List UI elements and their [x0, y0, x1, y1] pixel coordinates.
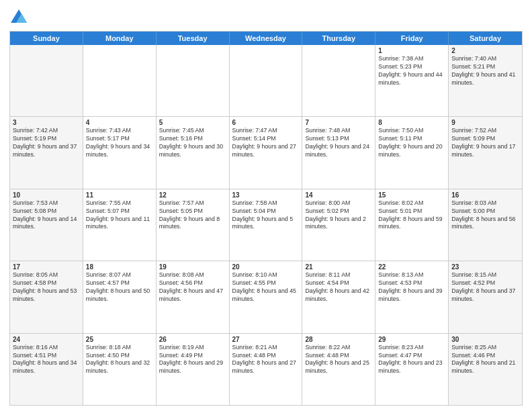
day-info: Sunrise: 7:42 AMSunset: 5:19 PMDaylight:… — [13, 127, 80, 159]
calendar-header: SundayMondayTuesdayWednesdayThursdayFrid… — [10, 32, 522, 45]
day-number: 18 — [86, 263, 153, 271]
day-number: 14 — [305, 191, 372, 199]
logo-icon — [9, 8, 28, 27]
calendar-day-8: 8Sunrise: 7:50 AMSunset: 5:11 PMDaylight… — [375, 117, 449, 188]
day-number: 23 — [451, 263, 519, 271]
day-info: Sunrise: 7:38 AMSunset: 5:23 PMDaylight:… — [378, 55, 445, 87]
header-day-sunday: Sunday — [10, 32, 83, 45]
day-number: 19 — [159, 263, 226, 271]
day-info: Sunrise: 8:25 AMSunset: 4:46 PMDaylight:… — [451, 344, 519, 376]
calendar: SundayMondayTuesdayWednesdayThursdayFrid… — [9, 31, 523, 406]
header-day-monday: Monday — [83, 32, 157, 45]
day-info: Sunrise: 8:07 AMSunset: 4:57 PMDaylight:… — [86, 271, 153, 304]
day-number: 7 — [305, 119, 372, 126]
calendar-day-7: 7Sunrise: 7:48 AMSunset: 5:13 PMDaylight… — [302, 117, 375, 188]
day-number: 16 — [451, 191, 519, 199]
page: SundayMondayTuesdayWednesdayThursdayFrid… — [0, 0, 532, 411]
day-number: 2 — [451, 47, 519, 54]
day-info: Sunrise: 7:40 AMSunset: 5:21 PMDaylight:… — [451, 55, 519, 87]
calendar-day-13: 13Sunrise: 7:58 AMSunset: 5:04 PMDayligh… — [230, 189, 303, 261]
day-number: 22 — [378, 263, 445, 271]
calendar-day-4: 4Sunrise: 7:43 AMSunset: 5:17 PMDaylight… — [83, 117, 157, 188]
calendar-day-12: 12Sunrise: 7:57 AMSunset: 5:05 PMDayligh… — [157, 189, 230, 261]
calendar-day-17: 17Sunrise: 8:05 AMSunset: 4:58 PMDayligh… — [10, 261, 83, 332]
day-number: 9 — [451, 119, 519, 126]
day-number: 25 — [86, 336, 153, 343]
day-number: 28 — [305, 336, 372, 343]
day-info: Sunrise: 8:08 AMSunset: 4:56 PMDaylight:… — [159, 271, 226, 304]
calendar-day-15: 15Sunrise: 8:02 AMSunset: 5:01 PMDayligh… — [375, 189, 449, 261]
day-number: 8 — [378, 119, 445, 126]
day-info: Sunrise: 8:23 AMSunset: 4:47 PMDaylight:… — [378, 344, 445, 376]
day-number: 11 — [86, 191, 153, 199]
calendar-day-23: 23Sunrise: 8:15 AMSunset: 4:52 PMDayligh… — [449, 261, 522, 332]
calendar-week-4: 17Sunrise: 8:05 AMSunset: 4:58 PMDayligh… — [10, 261, 522, 332]
calendar-empty-cell — [157, 45, 230, 116]
day-number: 5 — [159, 119, 226, 126]
day-info: Sunrise: 7:43 AMSunset: 5:17 PMDaylight:… — [86, 127, 153, 159]
day-info: Sunrise: 8:10 AMSunset: 4:55 PMDaylight:… — [232, 271, 300, 304]
calendar-day-19: 19Sunrise: 8:08 AMSunset: 4:56 PMDayligh… — [157, 261, 230, 332]
day-info: Sunrise: 8:15 AMSunset: 4:52 PMDaylight:… — [451, 271, 519, 304]
calendar-week-3: 10Sunrise: 7:53 AMSunset: 5:08 PMDayligh… — [10, 189, 522, 261]
calendar-day-16: 16Sunrise: 8:03 AMSunset: 5:00 PMDayligh… — [449, 189, 522, 261]
calendar-day-28: 28Sunrise: 8:22 AMSunset: 4:48 PMDayligh… — [302, 334, 375, 405]
calendar-empty-cell — [230, 45, 303, 116]
calendar-day-24: 24Sunrise: 8:16 AMSunset: 4:51 PMDayligh… — [10, 334, 83, 405]
day-number: 27 — [232, 336, 300, 343]
day-info: Sunrise: 7:45 AMSunset: 5:16 PMDaylight:… — [159, 127, 226, 159]
calendar-day-14: 14Sunrise: 8:00 AMSunset: 5:02 PMDayligh… — [302, 189, 375, 261]
day-number: 26 — [159, 336, 226, 343]
header-day-wednesday: Wednesday — [230, 32, 303, 45]
header — [9, 8, 523, 27]
day-info: Sunrise: 7:53 AMSunset: 5:08 PMDaylight:… — [13, 199, 80, 232]
day-info: Sunrise: 8:00 AMSunset: 5:02 PMDaylight:… — [305, 199, 372, 232]
calendar-day-30: 30Sunrise: 8:25 AMSunset: 4:46 PMDayligh… — [449, 334, 522, 405]
day-info: Sunrise: 8:02 AMSunset: 5:01 PMDaylight:… — [378, 199, 445, 232]
day-info: Sunrise: 7:47 AMSunset: 5:14 PMDaylight:… — [232, 127, 300, 159]
calendar-week-5: 24Sunrise: 8:16 AMSunset: 4:51 PMDayligh… — [10, 333, 522, 405]
day-info: Sunrise: 8:13 AMSunset: 4:53 PMDaylight:… — [378, 271, 445, 304]
calendar-day-22: 22Sunrise: 8:13 AMSunset: 4:53 PMDayligh… — [375, 261, 449, 332]
calendar-day-25: 25Sunrise: 8:18 AMSunset: 4:50 PMDayligh… — [83, 334, 157, 405]
header-day-saturday: Saturday — [449, 32, 522, 45]
day-number: 20 — [232, 263, 300, 271]
day-number: 13 — [232, 191, 300, 199]
header-day-thursday: Thursday — [302, 32, 375, 45]
day-info: Sunrise: 8:18 AMSunset: 4:50 PMDaylight:… — [86, 344, 153, 376]
day-info: Sunrise: 8:05 AMSunset: 4:58 PMDaylight:… — [13, 271, 80, 304]
calendar-day-27: 27Sunrise: 8:21 AMSunset: 4:48 PMDayligh… — [230, 334, 303, 405]
calendar-empty-cell — [83, 45, 157, 116]
day-info: Sunrise: 8:11 AMSunset: 4:54 PMDaylight:… — [305, 271, 372, 304]
calendar-day-2: 2Sunrise: 7:40 AMSunset: 5:21 PMDaylight… — [449, 45, 522, 116]
calendar-day-29: 29Sunrise: 8:23 AMSunset: 4:47 PMDayligh… — [375, 334, 449, 405]
day-info: Sunrise: 8:16 AMSunset: 4:51 PMDaylight:… — [13, 344, 80, 376]
calendar-day-18: 18Sunrise: 8:07 AMSunset: 4:57 PMDayligh… — [83, 261, 157, 332]
day-number: 30 — [451, 336, 519, 343]
day-info: Sunrise: 8:19 AMSunset: 4:49 PMDaylight:… — [159, 344, 226, 376]
day-number: 15 — [378, 191, 445, 199]
day-number: 29 — [378, 336, 445, 343]
calendar-week-1: 1Sunrise: 7:38 AMSunset: 5:23 PMDaylight… — [10, 45, 522, 116]
day-info: Sunrise: 7:50 AMSunset: 5:11 PMDaylight:… — [378, 127, 445, 159]
day-number: 4 — [86, 119, 153, 126]
day-number: 24 — [13, 336, 80, 343]
day-number: 1 — [378, 47, 445, 54]
day-number: 3 — [13, 119, 80, 126]
calendar-day-6: 6Sunrise: 7:47 AMSunset: 5:14 PMDaylight… — [230, 117, 303, 188]
calendar-empty-cell — [10, 45, 83, 116]
calendar-day-10: 10Sunrise: 7:53 AMSunset: 5:08 PMDayligh… — [10, 189, 83, 261]
day-info: Sunrise: 7:48 AMSunset: 5:13 PMDaylight:… — [305, 127, 372, 159]
calendar-day-1: 1Sunrise: 7:38 AMSunset: 5:23 PMDaylight… — [375, 45, 449, 116]
day-info: Sunrise: 8:22 AMSunset: 4:48 PMDaylight:… — [305, 344, 372, 376]
day-number: 6 — [232, 119, 300, 126]
day-number: 12 — [159, 191, 226, 199]
calendar-day-5: 5Sunrise: 7:45 AMSunset: 5:16 PMDaylight… — [157, 117, 230, 188]
calendar-body: 1Sunrise: 7:38 AMSunset: 5:23 PMDaylight… — [10, 45, 522, 405]
header-day-friday: Friday — [375, 32, 449, 45]
logo — [9, 8, 31, 27]
calendar-day-20: 20Sunrise: 8:10 AMSunset: 4:55 PMDayligh… — [230, 261, 303, 332]
header-day-tuesday: Tuesday — [157, 32, 230, 45]
day-number: 21 — [305, 263, 372, 271]
calendar-day-21: 21Sunrise: 8:11 AMSunset: 4:54 PMDayligh… — [302, 261, 375, 332]
